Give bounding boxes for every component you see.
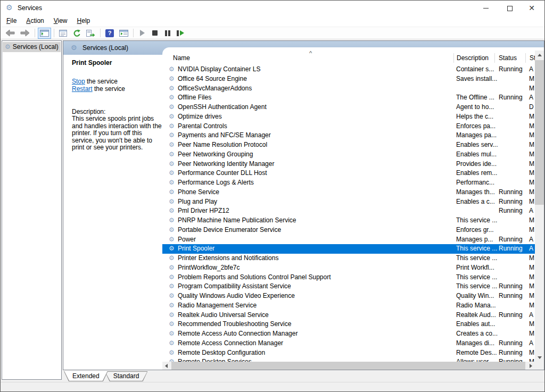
table-row[interactable]: ⚙ Quality Windows Audio Video Experience…: [162, 291, 535, 301]
extended-view-button[interactable]: [117, 28, 130, 39]
table-row[interactable]: ⚙ Print Spooler This service ... Running…: [162, 244, 535, 254]
tab-standard[interactable]: Standard: [105, 371, 148, 381]
table-row[interactable]: ⚙ Recommended Troubleshooting Service En…: [162, 320, 535, 329]
toolbar-separator: [100, 29, 101, 37]
toolbar-separator: [54, 29, 54, 37]
table-row[interactable]: ⚙ Remote Desktop Configuration Remote De…: [162, 348, 535, 358]
service-name: Office 64 Source Engine: [178, 74, 247, 84]
table-row[interactable]: ⚙ Peer Networking Identity Manager Provi…: [162, 160, 535, 169]
refresh-button[interactable]: [70, 28, 83, 39]
service-name: Phone Service: [178, 188, 219, 197]
table-row[interactable]: ⚙ Radio Management Service Radio Mana...…: [162, 301, 535, 311]
back-button[interactable]: [3, 28, 17, 39]
tree-item-label: Services (Local): [13, 43, 59, 51]
column-header-description[interactable]: Description: [457, 54, 489, 62]
table-row[interactable]: ⚙ Peer Networking Grouping Enables mul..…: [162, 150, 535, 160]
table-row[interactable]: ⚙ Power Manages p... Running A: [162, 235, 535, 245]
stop-service-link[interactable]: Stop: [72, 78, 85, 85]
scroll-left-icon[interactable]: [165, 364, 168, 368]
restart-service-link[interactable]: Restart: [72, 85, 93, 93]
tab-extended[interactable]: Extended: [64, 371, 108, 381]
table-row[interactable]: ⚙ Plug and Play Enables a c... Running M: [162, 197, 535, 207]
table-row[interactable]: ⚙ Remote Access Auto Connection Manager …: [162, 329, 535, 339]
service-name: Print Spooler: [178, 244, 214, 254]
vertical-scrollbar[interactable]: [535, 51, 544, 362]
show-console-tree-button[interactable]: [38, 28, 51, 39]
horizontal-scrollbar[interactable]: [162, 362, 535, 370]
table-row[interactable]: ⚙ Optimize drives Helps the c... M: [162, 112, 535, 122]
service-description: Remote Des...: [456, 348, 497, 358]
extended-view-icon: [119, 30, 128, 37]
scroll-up-icon[interactable]: [538, 54, 542, 56]
tree-item-services-local[interactable]: ⚙Services (Local): [3, 42, 61, 52]
table-row[interactable]: ⚙ PrintWorkflow_2bfe7c Print Workfl... M: [162, 263, 535, 273]
table-row[interactable]: ⚙ Performance Counter DLL Host Enables r…: [162, 169, 535, 178]
restart-service-button[interactable]: [175, 28, 186, 39]
table-row[interactable]: ⚙ OpenSSH Authentication Agent Agent to …: [162, 103, 535, 112]
table-row[interactable]: ⚙ Office 64 Source Engine Saves install.…: [162, 74, 535, 84]
service-gear-icon: ⚙: [169, 348, 175, 358]
close-button[interactable]: ✕: [521, 1, 542, 15]
service-description: Allows user...: [456, 357, 494, 362]
table-row[interactable]: ⚙ Phone Service Manages th... Running M: [162, 188, 535, 197]
menu-file[interactable]: File: [2, 15, 21, 27]
table-row[interactable]: ⚙ Portable Device Enumerator Service Enf…: [162, 226, 535, 235]
vertical-scrollbar-thumb[interactable]: [535, 60, 544, 205]
pause-service-button[interactable]: [162, 28, 174, 39]
table-row[interactable]: ⚙ Offline Files The Offline ... Running …: [162, 93, 535, 103]
help-button[interactable]: ?: [103, 28, 116, 39]
table-row[interactable]: ⚙ OfficeSvcManagerAddons M: [162, 84, 535, 94]
properties-button[interactable]: [57, 28, 69, 39]
panel-header-title: Services (Local): [82, 44, 128, 52]
minimize-button[interactable]: [475, 1, 497, 15]
service-gear-icon: ⚙: [169, 206, 175, 216]
table-row[interactable]: ⚙ NVIDIA Display Container LS Container …: [162, 65, 535, 74]
table-row[interactable]: ⚙ Pml Driver HPZ12 Running A: [162, 206, 535, 216]
column-separator[interactable]: [494, 53, 495, 63]
table-row[interactable]: ⚙ Peer Name Resolution Protocol Enables …: [162, 140, 535, 150]
service-gear-icon: ⚙: [169, 74, 175, 84]
service-status: Running: [499, 93, 523, 103]
table-row[interactable]: ⚙ Performance Logs & Alerts Performanc..…: [162, 178, 535, 188]
service-description: Performanc...: [456, 178, 494, 188]
service-description: This service ...: [456, 282, 497, 291]
service-description: Enforces pa...: [456, 122, 496, 131]
service-startup-type: M: [529, 226, 534, 235]
column-header-name[interactable]: Name: [173, 54, 190, 62]
service-startup-type: M: [529, 197, 534, 207]
export-list-button[interactable]: [84, 28, 97, 39]
column-separator[interactable]: [453, 53, 454, 63]
scroll-down-icon[interactable]: [538, 356, 542, 359]
service-gear-icon: ⚙: [169, 131, 175, 140]
service-startup-type: M: [529, 160, 534, 169]
table-row[interactable]: ⚙ Remote Desktop Services Allows user...…: [162, 357, 535, 362]
table-row[interactable]: ⚙ Program Compatibility Assistant Servic…: [162, 282, 535, 291]
forward-button[interactable]: [18, 28, 32, 39]
table-row[interactable]: ⚙ PNRP Machine Name Publication Service …: [162, 216, 535, 226]
table-row[interactable]: ⚙ Remote Access Connection Manager Manag…: [162, 339, 535, 348]
column-header-status[interactable]: Status: [499, 54, 517, 62]
service-gear-icon: ⚙: [169, 339, 175, 348]
menu-action[interactable]: Action: [21, 15, 48, 27]
table-row[interactable]: ⚙ Printer Extensions and Notifications T…: [162, 254, 535, 263]
menu-view[interactable]: View: [49, 15, 72, 27]
restart-service-line: Restart the service: [72, 86, 162, 93]
horizontal-scrollbar-thumb[interactable]: [171, 362, 525, 370]
column-separator[interactable]: [525, 53, 526, 63]
restart-service-suffix: the service: [93, 85, 125, 93]
start-service-button[interactable]: [136, 28, 148, 39]
table-row[interactable]: ⚙ Parental Controls Enforces pa... M: [162, 122, 535, 131]
service-description: This service ...: [456, 254, 497, 263]
table-row[interactable]: ⚙ Realtek Audio Universal Service Realte…: [162, 311, 535, 320]
services-gear-icon: ⚙: [71, 44, 77, 52]
service-gear-icon: ⚙: [169, 122, 175, 131]
maximize-button[interactable]: [499, 1, 521, 15]
description-text: This service spools print jobs and handl…: [72, 115, 163, 152]
tab-standard-label: Standard: [113, 372, 139, 380]
menu-help[interactable]: Help: [72, 15, 95, 27]
properties-icon: [59, 30, 67, 37]
table-row[interactable]: ⚙ Problem Reports and Solutions Control …: [162, 273, 535, 282]
stop-service-button[interactable]: [149, 28, 161, 39]
scroll-right-icon[interactable]: [530, 364, 532, 368]
table-row[interactable]: ⚙ Payments and NFC/SE Manager Manages pa…: [162, 131, 535, 140]
